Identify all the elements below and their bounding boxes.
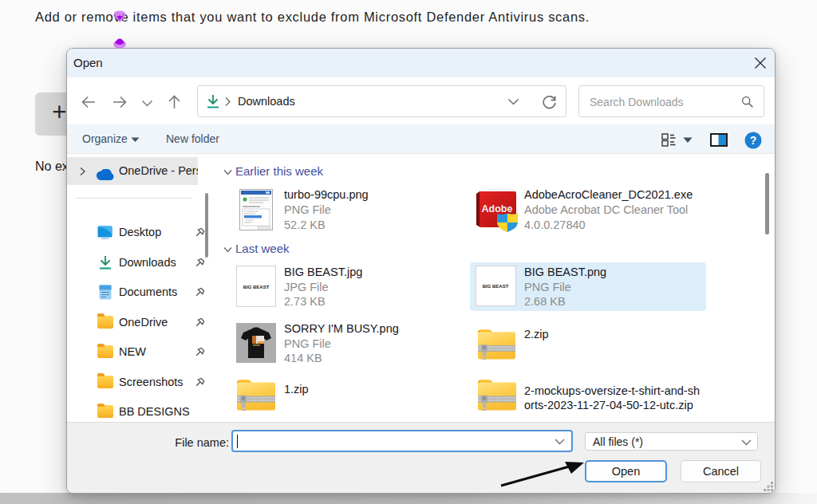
svg-text:BIG BEAST: BIG BEAST [483, 284, 509, 289]
svg-text:?: ? [750, 134, 757, 147]
svg-text:BIG BEAST: BIG BEAST [243, 285, 270, 289]
svg-text:Adobe: Adobe [482, 203, 513, 215]
